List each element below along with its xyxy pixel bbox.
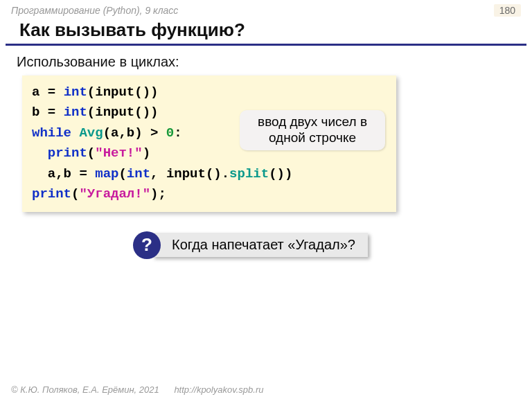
header-bar: Программирование (Python), 9 класс 180	[0, 0, 532, 18]
page-number: 180	[494, 4, 521, 17]
code-line: print("Угадал!");	[32, 184, 387, 204]
footer-url: http://kpolyakov.spb.ru	[174, 384, 263, 395]
question-row: ? Когда напечатает «Угадал»?	[125, 231, 532, 259]
callout-note: ввод двух чисел в одной строчке	[240, 110, 385, 150]
footer-copyright: © К.Ю. Поляков, Е.А. Ерёмин, 2021	[11, 384, 159, 395]
course-label: Программирование (Python), 9 класс	[11, 5, 178, 16]
subtitle: Использование в циклах:	[0, 51, 532, 76]
footer: © К.Ю. Поляков, Е.А. Ерёмин, 2021 http:/…	[11, 384, 263, 395]
page-title: Как вызывать функцию?	[6, 18, 526, 46]
question-mark-icon: ?	[133, 231, 161, 259]
code-line: a = int(input())	[32, 82, 387, 103]
question-text: Когда напечатает «Угадал»?	[152, 233, 368, 257]
code-line: a,b = map(int, input().split())	[32, 164, 387, 184]
code-block: a = int(input()) b = int(input()) while …	[22, 76, 396, 212]
